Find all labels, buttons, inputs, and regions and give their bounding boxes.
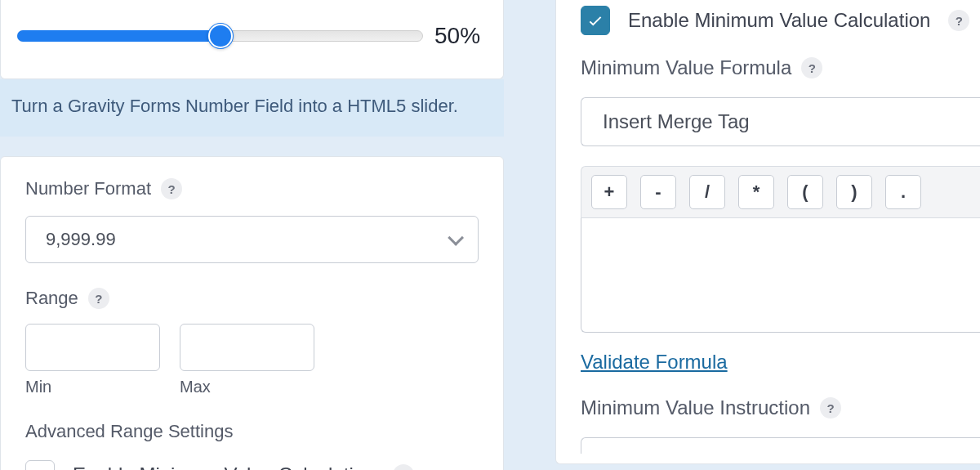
validate-formula-link[interactable]: Validate Formula	[581, 351, 728, 374]
number-format-selected: 9,999.99	[46, 229, 116, 250]
slider[interactable]	[17, 28, 423, 44]
operator-minus-button[interactable]: -	[640, 175, 676, 209]
slider-preview-panel: 50%	[0, 0, 504, 79]
min-formula-label: Minimum Value Formula ?	[581, 56, 980, 79]
help-icon[interactable]: ?	[948, 10, 969, 31]
slider-caption: Turn a Gravity Forms Number Field into a…	[0, 79, 504, 137]
help-icon[interactable]: ?	[820, 397, 841, 419]
min-instruction-input[interactable]	[581, 437, 980, 454]
enable-min-calc-label: Enable Minimum Value Calculation	[628, 9, 930, 32]
help-icon[interactable]: ?	[88, 288, 109, 309]
slider-thumb[interactable]	[208, 24, 233, 48]
enable-min-calc-label: Enable Minimum Value Calculation	[73, 463, 375, 470]
range-label-text: Range	[25, 288, 78, 309]
operator-multiply-button[interactable]: *	[738, 175, 774, 209]
operator-toolbar: + - / * ( ) .	[581, 166, 980, 218]
help-icon[interactable]: ?	[393, 464, 414, 470]
left-column: 50% Turn a Gravity Forms Number Field in…	[0, 0, 504, 470]
slider-fill	[17, 30, 220, 42]
operator-plus-button[interactable]: +	[591, 175, 627, 209]
operator-close-paren-button[interactable]: )	[836, 175, 872, 209]
range-max-input[interactable]	[180, 324, 314, 371]
range-max-wrap: Max	[180, 324, 314, 396]
help-icon[interactable]: ?	[161, 178, 182, 199]
right-column: Enable Minimum Value Calculation ? Minim…	[555, 0, 980, 464]
number-format-select[interactable]: 9,999.99	[25, 216, 479, 263]
operator-dot-button[interactable]: .	[885, 175, 921, 209]
operator-open-paren-button[interactable]: (	[787, 175, 823, 209]
check-icon	[586, 11, 604, 29]
chevron-down-icon	[448, 230, 464, 246]
merge-tag-placeholder: Insert Merge Tag	[603, 110, 750, 133]
min-formula-label-text: Minimum Value Formula	[581, 56, 791, 79]
enable-min-calc-checkbox[interactable]	[581, 6, 610, 35]
range-min-input[interactable]	[25, 324, 160, 371]
field-settings-panel: Number Format ? 9,999.99 Range ? Min Max	[0, 156, 504, 470]
operator-divide-button[interactable]: /	[689, 175, 725, 209]
min-instruction-label: Minimum Value Instruction ?	[581, 396, 980, 419]
range-max-label: Max	[180, 378, 314, 396]
enable-min-calc-row-left: Enable Minimum Value Calculation ?	[25, 460, 479, 470]
enable-min-calc-checkbox[interactable]	[25, 460, 55, 470]
number-format-label: Number Format ?	[25, 178, 479, 199]
range-label: Range ?	[25, 288, 479, 309]
range-block: Range ? Min Max	[25, 288, 479, 396]
merge-tag-select[interactable]: Insert Merge Tag	[581, 97, 980, 146]
slider-row: 50%	[17, 23, 487, 49]
number-format-label-text: Number Format	[25, 178, 151, 199]
formula-textarea[interactable]	[581, 218, 980, 333]
calculation-panel: Enable Minimum Value Calculation ? Minim…	[555, 0, 980, 464]
range-min-label: Min	[25, 378, 160, 396]
advanced-range-heading: Advanced Range Settings	[25, 421, 479, 442]
help-icon[interactable]: ?	[801, 57, 822, 78]
enable-min-calc-row-right: Enable Minimum Value Calculation ?	[581, 6, 980, 35]
min-instruction-label-text: Minimum Value Instruction	[581, 396, 810, 419]
range-min-wrap: Min	[25, 324, 160, 396]
slider-value: 50%	[434, 23, 487, 49]
range-inputs: Min Max	[25, 324, 479, 396]
